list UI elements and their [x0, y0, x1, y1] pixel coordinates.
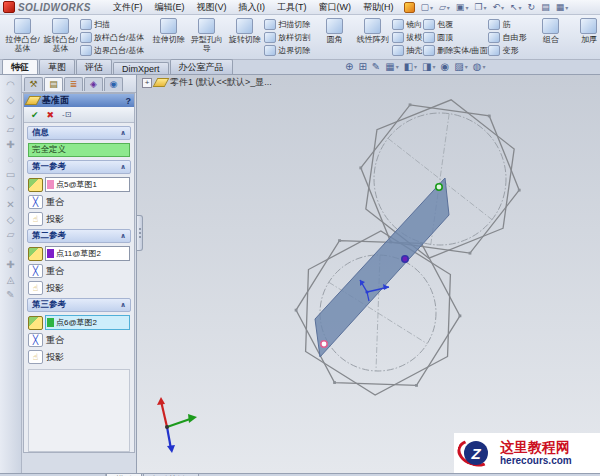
shell-button[interactable]: 抽壳	[392, 44, 422, 56]
thicken-button[interactable]: 加厚	[570, 17, 600, 57]
dropdown-arrow-icon[interactable]: ▾	[501, 4, 504, 11]
help-icon[interactable]: ?	[126, 96, 132, 106]
coincident-icon[interactable]: ╳	[28, 264, 43, 278]
section-view-icon[interactable]: ✎	[372, 61, 380, 72]
surface-tool-2-icon[interactable]: ◇	[7, 95, 15, 105]
dropdown-arrow-icon[interactable]: ▾	[519, 4, 522, 11]
tree-expand-icon[interactable]: +	[142, 78, 152, 88]
coincident-icon[interactable]: ╳	[28, 333, 43, 347]
freeform-button[interactable]: 自由形	[488, 31, 526, 43]
revolved-boss-base-button[interactable]: 旋转凸台/基体	[42, 17, 79, 57]
fillet-button[interactable]: 圆角	[316, 17, 353, 57]
extruded-cut-button[interactable]: 拉伸切除	[150, 17, 187, 57]
ok-button[interactable]: ✔	[31, 110, 39, 120]
surface-tool-11-icon[interactable]: ▱	[7, 230, 15, 240]
surface-tool-8-icon[interactable]: ◠	[6, 185, 15, 195]
mirror-button[interactable]: 镜向	[392, 18, 422, 30]
select-icon[interactable]: ↖▾	[510, 2, 522, 12]
collapse-chevron-icon[interactable]: ∧	[120, 163, 126, 171]
reference-selection-box[interactable]: 点5@草图1	[45, 177, 130, 192]
panel-splitter-handle[interactable]	[137, 215, 143, 251]
zoom-to-area-icon[interactable]: ⊞	[358, 61, 366, 72]
surface-tool-5-icon[interactable]: ✚	[6, 140, 14, 150]
tree-root-label[interactable]: 零件1 (默认<<默认>_显...	[170, 76, 272, 89]
dropdown-arrow-icon[interactable]: ▾	[396, 63, 399, 70]
extruded-boss-base-button[interactable]: 拉伸凸台/基体	[4, 17, 41, 57]
tab-features[interactable]: 特征	[2, 59, 38, 74]
projection-icon[interactable]: ☝	[28, 212, 43, 226]
projection-icon[interactable]: ☝	[28, 281, 43, 295]
dome-button[interactable]: 圆顶	[423, 31, 487, 43]
graphics-viewport[interactable]: + 零件1 (默认<<默认>_显... Z 这里教程网 herecours.co…	[137, 75, 600, 473]
datum-plane-preview[interactable]	[315, 178, 449, 357]
tab-dimxpert[interactable]: DimXpert	[113, 62, 169, 74]
dropdown-arrow-icon[interactable]: ▾	[447, 4, 450, 11]
surface-tool-7-icon[interactable]: ▭	[6, 170, 15, 180]
property-manager-tab[interactable]: ▤	[44, 77, 63, 91]
new-document-icon[interactable]: ▢▾	[420, 2, 433, 12]
revolved-cut-button[interactable]: 旋转切除	[226, 17, 263, 57]
reference-selection-box[interactable]: 点11@草图2	[45, 246, 130, 261]
apply-scene-icon[interactable]: ▨▾	[454, 61, 467, 72]
menu-file[interactable]: 文件(F)	[107, 0, 149, 15]
rebuild-icon[interactable]: ↻	[528, 2, 536, 12]
sketch-vertex-handle[interactable]	[488, 115, 491, 118]
view-orientation-icon[interactable]: ▦▾	[385, 61, 398, 72]
delete-body-surface-button[interactable]: 删除实体/曲面	[423, 44, 487, 56]
file-properties-icon[interactable]: ▤	[541, 2, 550, 12]
swept-cut-button[interactable]: 扫描切除	[264, 18, 310, 30]
surface-tool-1-icon[interactable]: ◠	[6, 80, 15, 90]
dropdown-arrow-icon[interactable]: ▾	[565, 4, 568, 11]
third-reference-header[interactable]: 第三参考 ∧	[27, 298, 131, 312]
edit-appearance-icon[interactable]: ◉	[441, 61, 450, 72]
surface-tool-6-icon[interactable]: ◌	[8, 155, 14, 165]
surface-tool-10-icon[interactable]: ◇	[7, 215, 15, 225]
hide-show-items-icon[interactable]: ◨▾	[422, 61, 435, 72]
menu-tools[interactable]: 工具(T)	[271, 0, 313, 15]
sketch-vertex-handle[interactable]	[338, 239, 341, 242]
view-settings-icon[interactable]: ◍▾	[473, 61, 486, 72]
hole-wizard-button[interactable]: 异型孔向导	[188, 17, 225, 57]
options-icon[interactable]: ▦▾	[556, 2, 569, 12]
second-reference-header[interactable]: 第二参考 ∧	[27, 229, 131, 243]
tab-office-products[interactable]: 办公室产品	[170, 59, 233, 74]
zoom-fit-icon[interactable]: ⊕	[345, 61, 353, 72]
surface-tool-14-icon[interactable]: ◬	[7, 275, 15, 285]
collapse-chevron-icon[interactable]: ∧	[120, 301, 126, 309]
dropdown-arrow-icon[interactable]: ▾	[414, 63, 417, 70]
collapse-chevron-icon[interactable]: ∧	[120, 129, 126, 137]
surface-tool-13-icon[interactable]: ✚	[6, 260, 14, 270]
menu-insert[interactable]: 插入(I)	[232, 0, 271, 15]
display-style-icon[interactable]: ◧▾	[404, 61, 417, 72]
model-canvas[interactable]	[137, 75, 600, 473]
display-manager-tab[interactable]: ◉	[104, 77, 123, 91]
dropdown-arrow-icon[interactable]: ▾	[433, 63, 436, 70]
vertex-point-purple[interactable]	[402, 256, 408, 262]
sketch-vertex-handle[interactable]	[409, 103, 412, 106]
sketch-vertex-handle[interactable]	[333, 381, 336, 384]
sketch-vertex-handle[interactable]	[295, 309, 298, 312]
boundary-cut-button[interactable]: 边界切除	[264, 44, 310, 56]
linear-pattern-button[interactable]: 线性阵列	[354, 17, 391, 57]
dropdown-arrow-icon[interactable]: ▾	[430, 4, 433, 11]
cancel-button[interactable]: ✖	[47, 110, 55, 120]
dimxpert-manager-tab[interactable]: ◈	[84, 77, 103, 91]
sketch-vertex-handle[interactable]	[459, 314, 462, 317]
dropdown-arrow-icon[interactable]: ▾	[483, 4, 486, 11]
save-icon[interactable]: ▣▾	[456, 2, 469, 12]
surface-tool-3-icon[interactable]: ◡	[6, 110, 15, 120]
rib-button[interactable]: 筋	[488, 18, 526, 30]
sketch1-hexagon-upper[interactable]	[359, 100, 520, 258]
surface-tool-9-icon[interactable]: ✕	[6, 200, 14, 210]
feature-manager-tab[interactable]: ⚒	[24, 77, 43, 91]
dropdown-arrow-icon[interactable]: ▾	[465, 63, 468, 70]
projection-icon[interactable]: ☝	[28, 350, 43, 364]
surface-tool-15-icon[interactable]: ✎	[6, 290, 14, 300]
reference-selection-box-active[interactable]: 点6@草图2	[45, 315, 130, 330]
dropdown-arrow-icon[interactable]: ▾	[483, 63, 486, 70]
print-icon[interactable]: ❐▾	[474, 2, 486, 12]
collapse-chevron-icon[interactable]: ∧	[120, 232, 126, 240]
vertex-point-green[interactable]	[436, 184, 442, 190]
menu-edit[interactable]: 编辑(E)	[148, 0, 190, 15]
menu-window[interactable]: 窗口(W)	[312, 0, 357, 15]
